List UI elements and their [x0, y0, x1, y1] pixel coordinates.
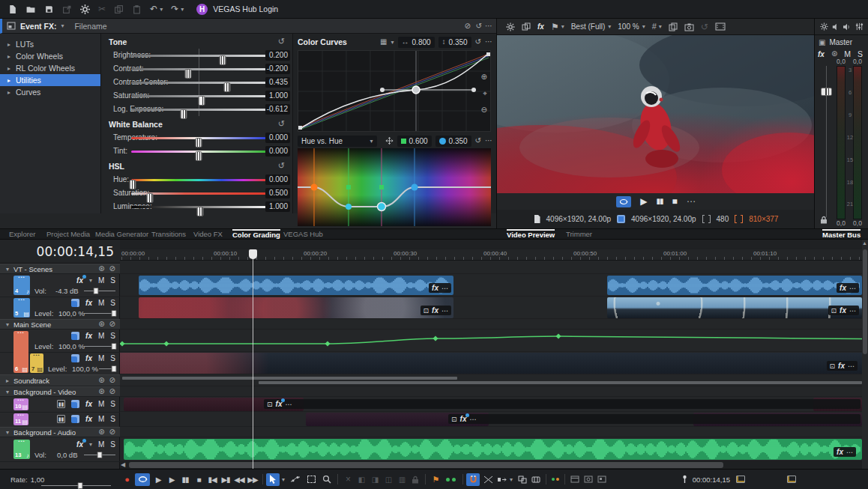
level-slider[interactable] [84, 313, 115, 314]
selection-tool-icon[interactable] [307, 476, 316, 483]
composite-level-envelope[interactable] [120, 329, 862, 352]
expand-icon[interactable]: ▸ [7, 89, 10, 96]
rate-slider[interactable] [41, 485, 111, 486]
audio-clip[interactable] [139, 276, 453, 295]
fast-forward-button[interactable]: ▶▶ [246, 476, 259, 484]
grid-overlay-button[interactable]: #▾ [652, 22, 662, 31]
tab-transitions[interactable]: Transitions [151, 229, 186, 240]
move-point-icon[interactable] [385, 136, 394, 145]
mute-button[interactable]: M [98, 276, 104, 285]
spatial-audio-icon[interactable]: ⊛ [831, 50, 837, 58]
expand-icon[interactable]: ▸ [7, 41, 10, 48]
group-bypass-icon[interactable]: ⊘ [109, 377, 115, 384]
horizontal-scrollbar[interactable]: ◀ [120, 461, 862, 469]
preview-fx-icon[interactable]: fx [537, 22, 544, 31]
pause-button[interactable]: ▮▮ [178, 476, 192, 484]
slider-handle[interactable] [112, 365, 117, 372]
expand-icon[interactable]: ▸ [7, 77, 10, 84]
slider-handle[interactable] [112, 343, 117, 350]
audio-clip[interactable] [607, 276, 862, 295]
slider-handle[interactable] [181, 109, 187, 119]
curves-more-icon[interactable]: ⋯ [485, 38, 492, 46]
track-header-13[interactable]: •••13♪ fx ▾ M S Vol: 0,0 dB [0, 437, 120, 462]
expand-icon[interactable]: ▸ [7, 65, 10, 72]
track-header-11[interactable]: •••11▤ ▮▮ fx M S [0, 412, 120, 428]
collapse-icon[interactable]: ▾ [6, 321, 9, 328]
saturation-value[interactable]: 1.000 [265, 91, 290, 101]
insert-marker-button[interactable]: ⚑ [429, 475, 442, 485]
track-fx-button[interactable]: fx [85, 415, 92, 423]
group-bypass-icon[interactable]: ⊘ [109, 388, 115, 395]
paste-icon[interactable] [132, 4, 142, 14]
pan-crop-icon[interactable] [71, 400, 79, 408]
scrollbar-handle[interactable] [863, 249, 867, 354]
track-fx-caret[interactable]: ▾ [89, 441, 92, 448]
clip-fx-badge[interactable]: fx⋯ [429, 283, 451, 293]
crop-icon[interactable]: ⊡ [451, 416, 457, 423]
group-header-background-video[interactable]: ▾ Background - Video ⊛⊘ [0, 386, 120, 397]
new-project-icon[interactable] [7, 4, 17, 14]
lock-icon[interactable] [820, 216, 828, 224]
track-fx-caret[interactable]: ▾ [89, 277, 92, 284]
solo-button[interactable]: S [110, 299, 115, 307]
clip-fx-badge[interactable]: fx⋯ [834, 447, 856, 457]
volume-slider[interactable] [84, 455, 115, 455]
project-properties-icon[interactable] [80, 4, 90, 14]
more-icon[interactable]: ⋯ [848, 362, 855, 370]
tone-reset-icon[interactable]: ↺ [278, 37, 285, 46]
selection-length-icon[interactable] [787, 476, 796, 483]
snap-toggle-button[interactable] [466, 473, 480, 486]
hue-x-box[interactable]: 0.600 [397, 136, 432, 147]
split-event-icon[interactable]: ◫ [382, 476, 395, 484]
stop-button[interactable]: ■ [672, 197, 678, 206]
tab-trimmer[interactable]: Trimmer [566, 229, 592, 240]
track-header-5[interactable]: •••5▤ fx M S Level: 100,0 % [0, 297, 120, 320]
pan-crop-icon[interactable] [71, 299, 79, 307]
time-ruler[interactable]: 00:00:00 00:00:10 00:00:20 00:00:30 00:0… [120, 249, 862, 261]
group-fx-icon[interactable]: ⊛ [98, 265, 104, 273]
clip-fx-badge[interactable]: ⊡fx⋯ [828, 306, 859, 315]
slider-handle[interactable] [112, 310, 117, 317]
contrast-slider[interactable] [131, 68, 266, 70]
level-slider[interactable] [99, 368, 115, 369]
playhead-line[interactable] [253, 249, 253, 469]
hue-slider[interactable] [131, 179, 266, 181]
track-fx-button[interactable]: fx [85, 354, 92, 362]
go-to-start-button[interactable]: ▮◀ [205, 476, 219, 484]
track-motion-icon[interactable]: ▮▮ [57, 400, 65, 408]
clip-fx-badge[interactable]: ⊡fx⋯ [421, 306, 451, 315]
sidebar-item-curves[interactable]: ▸Curves [0, 86, 100, 98]
contrast-center-value[interactable]: 0.435 [265, 77, 290, 88]
crop-icon[interactable]: ⊡ [830, 362, 836, 370]
hsl-reset-icon[interactable]: ↺ [278, 161, 285, 171]
solo-button[interactable]: S [110, 332, 115, 340]
redo-caret-icon[interactable]: ▾ [181, 6, 184, 13]
track-color-chip[interactable]: •••13♪ [13, 440, 30, 459]
video-clip[interactable] [607, 297, 862, 318]
crop-icon[interactable]: ⊡ [424, 307, 430, 315]
brightness-slider[interactable] [131, 55, 266, 57]
tab-vegas-hub[interactable]: VEGAS Hub [283, 229, 323, 240]
hue-reset-icon[interactable]: ↺ [475, 137, 481, 145]
group-fx-icon[interactable]: ⊛ [98, 388, 104, 395]
tab-media-generator[interactable]: Media Generator [95, 229, 148, 240]
contrast-value[interactable]: -0.200 [265, 64, 290, 74]
more-options-icon[interactable]: ⋯ [485, 22, 492, 30]
more-icon[interactable]: ⋯ [441, 307, 448, 315]
curve-fit-icon[interactable]: ⌖ [483, 90, 487, 97]
curve-zoom-in-icon[interactable]: ⊕ [481, 73, 487, 81]
loop-playback-button[interactable] [616, 196, 631, 207]
scroll-left-icon[interactable]: ◀ [121, 461, 125, 468]
loop-playback-button[interactable] [135, 473, 150, 486]
track-header-6[interactable]: •••6▤ fx M S Level: 100,0 % [0, 329, 120, 353]
split-screen-icon[interactable] [522, 22, 531, 31]
hue-mode-dropdown[interactable]: Hue vs. Hue▾ [298, 136, 377, 147]
contrast-center-slider[interactable] [131, 82, 266, 84]
slider-handle[interactable] [196, 207, 203, 216]
sidebar-item-luts[interactable]: ▸LUTs [0, 38, 100, 50]
tint-value[interactable]: 0.000 [265, 146, 290, 157]
event-length-icon[interactable] [736, 476, 745, 483]
bypass-fx-icon[interactable]: ⊘ [465, 22, 471, 30]
solo-button[interactable]: S [110, 415, 115, 423]
track-fx-button[interactable]: fx [76, 440, 83, 449]
